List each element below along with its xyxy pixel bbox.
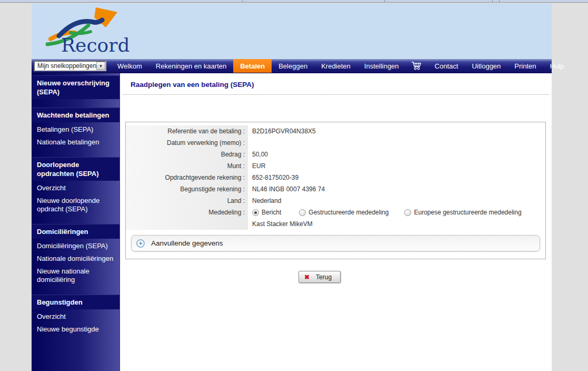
main-content: Raadplegen van een betaling (SEPA) Refer…: [120, 73, 552, 371]
shopping-cart-icon: [411, 61, 423, 71]
field-label: Referentie van de betaling :: [126, 125, 248, 137]
expand-panel-label: Aanvullende gegevens: [151, 239, 223, 247]
terug-button[interactable]: ✖ Terug: [298, 271, 341, 283]
tab-label: Rekeningen en kaarten: [156, 62, 226, 70]
sidebar-section: Wachtende betalingen Betalingen (SEPA) N…: [32, 108, 119, 149]
browser-top-strip: [0, 0, 588, 3]
tab-label: Beleggen: [278, 62, 307, 70]
expand-plus-icon[interactable]: +: [136, 239, 145, 248]
red-cross-icon: ✖: [304, 274, 310, 280]
radio-europese-gestructureerde-mededeling[interactable]: [404, 209, 411, 216]
field-label: Munt :: [126, 160, 248, 172]
radio-label-europese: Europese gestructureerde mededeling: [414, 209, 521, 216]
field-label: Begunstigde rekening :: [126, 183, 248, 195]
sidebar-section: Doorlopende opdrachten (SEPA) Overzicht …: [32, 157, 119, 216]
tab-label: Printen: [514, 62, 536, 70]
sidebar-header-doorlopende-opdrachten[interactable]: Doorlopende opdrachten (SEPA): [32, 157, 119, 181]
radio-group-bericht: Bericht: [252, 209, 281, 216]
mededeling-options: Bericht Gestructureerde mededeling Europ…: [248, 209, 535, 216]
sidebar-item-nieuwe-begunstigde[interactable]: Nieuwe begunstigde: [32, 323, 119, 336]
sidebar-header-domicilieringen[interactable]: Domiciliëringen: [32, 224, 119, 239]
dropdown-arrow-icon[interactable]: ▼: [96, 62, 105, 70]
sidebar-item-domicilieringen-sepa[interactable]: Domiciliëringen (SEPA): [32, 240, 119, 252]
sidebar-section: Nieuwe overschrijving (SEPA): [32, 75, 119, 99]
logo-text: Record: [61, 34, 130, 56]
tab-beleggen[interactable]: Beleggen: [272, 59, 314, 73]
field-value: NL46 INGB 0007 4396 74: [248, 186, 325, 193]
field-label: Datum verwerking (memo) :: [126, 137, 248, 149]
sidebar-section: Domiciliëringen Domiciliëringen (SEPA) N…: [32, 224, 119, 286]
field-row-datum-verwerking: Datum verwerking (memo) :: [126, 137, 545, 149]
tab-label: Instellingen: [364, 62, 399, 70]
tab-betalen[interactable]: Betalen: [233, 59, 272, 73]
field-value: Nederland: [248, 197, 281, 204]
sidebar-item-betalingen-sepa[interactable]: Betalingen (SEPA): [32, 123, 119, 136]
sidebar-item-nieuwe-nationale-domiciliering[interactable]: Nieuwe nationale domiciliëring: [32, 265, 119, 286]
radio-group-europese: Europese gestructureerde mededeling: [404, 209, 521, 216]
field-value: B2D16PGVR04N38X5: [248, 128, 316, 135]
tab-rekeningen-en-kaarten[interactable]: Rekeningen en kaarten: [149, 59, 233, 73]
radio-label-gestructureerde: Gestructureerde mededeling: [308, 209, 388, 216]
radio-label-bericht: Bericht: [262, 209, 281, 216]
field-row-referentie: Referentie van de betaling : B2D16PGVR04…: [126, 125, 545, 137]
field-label-empty: [126, 218, 248, 230]
sidebar-menu: Nieuwe overschrijving (SEPA) Wachtende b…: [32, 73, 120, 371]
sidebar-item-nieuwe-overschrijving-sepa[interactable]: Nieuwe overschrijving (SEPA): [32, 75, 119, 99]
sidebar-item-nationale-domicilieringen[interactable]: Nationale domiciliëringen: [32, 252, 119, 265]
page-title: Raadplegen van een betaling (SEPA): [120, 73, 552, 89]
sidebar-item-nationale-betalingen[interactable]: Nationale betalingen: [32, 136, 119, 149]
field-row-opdrachtgevende-rekening: Opdrachtgevende rekening : 652-8175020-3…: [126, 172, 545, 183]
main-navbar: Mijn snelkoppelingen ▼ Welkom Rekeningen…: [32, 59, 552, 73]
tab-uitloggen[interactable]: Uitloggen: [465, 59, 507, 73]
message-text: Kast Stacker MikeVM: [248, 220, 313, 228]
tab-contact[interactable]: Contact: [428, 59, 465, 73]
field-row-message-text: Kast Stacker MikeVM: [126, 218, 545, 230]
title-separator: [123, 94, 549, 95]
radio-gestructureerde-mededeling[interactable]: [299, 209, 306, 216]
browser-strip-tick: [242, 0, 243, 3]
browser-strip-tick: [492, 0, 493, 3]
sidebar-header-begunstigden[interactable]: Begunstigden: [32, 295, 119, 309]
sidebar-header-wachtende-betalingen[interactable]: Wachtende betalingen: [32, 108, 119, 122]
record-bank-logo: Record: [43, 5, 138, 58]
browser-strip-tick: [384, 0, 385, 3]
app-window: Record Mijn snelkoppelingen ▼ Welkom Rek…: [32, 3, 552, 371]
field-value: 652-8175020-39: [248, 174, 298, 181]
tab-kredieten[interactable]: Kredieten: [314, 59, 357, 73]
button-row: ✖ Terug: [120, 271, 552, 284]
browser-strip-tick: [499, 0, 500, 3]
tab-label: Welkom: [117, 62, 142, 70]
sidebar-section: Begunstigden Overzicht Nieuwe begunstigd…: [32, 295, 119, 336]
tab-label: Contact: [435, 62, 459, 70]
field-row-mededeling: Mededeling : Bericht Gestructureerde med…: [126, 207, 545, 218]
field-row-begunstigde-rekening: Begunstigde rekening : NL46 INGB 0007 43…: [126, 183, 545, 195]
tab-welkom[interactable]: Welkom: [111, 59, 149, 73]
tab-label: Uitloggen: [472, 62, 501, 70]
sidebar-item-nieuwe-doorlopende-opdracht[interactable]: Nieuwe doorlopende opdracht (SEPA): [32, 194, 119, 216]
tab-label: Kredieten: [321, 62, 351, 70]
field-row-bedrag: Bedrag : 50,00: [126, 149, 545, 160]
field-value: EUR: [248, 162, 265, 170]
sidebar-item-overzicht-doorlopende[interactable]: Overzicht: [32, 182, 119, 194]
field-label: Land :: [126, 195, 248, 207]
field-label: Mededeling :: [126, 207, 248, 218]
field-label: Bedrag :: [126, 149, 248, 160]
field-label: Opdrachtgevende rekening :: [126, 172, 248, 183]
shortcuts-dropdown[interactable]: Mijn snelkoppelingen ▼: [34, 61, 106, 71]
field-row-land: Land : Nederland: [126, 195, 545, 207]
sidebar-item-overzicht-begunstigden[interactable]: Overzicht: [32, 310, 119, 323]
tab-hulp[interactable]: Hulp: [543, 59, 571, 73]
record-logo-graphic: Record: [43, 5, 138, 58]
tab-label: Hulp: [550, 62, 564, 70]
tab-printen[interactable]: Printen: [507, 59, 543, 73]
cart-button[interactable]: [406, 59, 428, 73]
tab-label: Betalen: [240, 62, 265, 70]
page-header: Record: [32, 3, 552, 59]
shortcuts-dropdown-value: Mijn snelkoppelingen: [35, 62, 96, 70]
radio-group-gestructureerde: Gestructureerde mededeling: [299, 209, 388, 216]
field-row-munt: Munt : EUR: [126, 160, 545, 172]
aanvullende-gegevens-panel[interactable]: + Aanvullende gegevens: [131, 235, 540, 251]
radio-bericht[interactable]: [252, 209, 259, 216]
terug-button-label: Terug: [316, 274, 332, 281]
tab-instellingen[interactable]: Instellingen: [357, 59, 406, 73]
